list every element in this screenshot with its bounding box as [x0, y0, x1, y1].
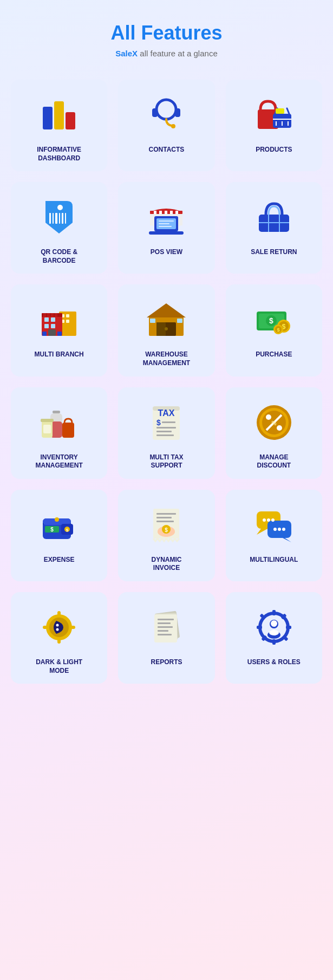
- svg-rect-44: [43, 313, 46, 317]
- svg-point-92: [277, 425, 282, 431]
- svg-rect-134: [158, 630, 168, 632]
- feature-card-inventory[interactable]: INVENTORYMANAGEMENT: [11, 387, 107, 479]
- feature-label: QR CODE &BARCODE: [41, 248, 77, 265]
- page-subtitle: SaleX all feature at a glance: [115, 49, 217, 58]
- svg-marker-56: [147, 303, 186, 317]
- svg-rect-138: [272, 639, 276, 645]
- feature-card-purchase[interactable]: $ $ $ PURCHASE: [226, 284, 322, 376]
- feature-label: INFORMATIVEDASHBOARD: [37, 146, 81, 163]
- svg-rect-131: [158, 619, 174, 620]
- svg-rect-85: [156, 427, 176, 429]
- svg-text:$: $: [165, 527, 168, 533]
- svg-rect-46: [51, 313, 54, 317]
- svg-rect-15: [49, 213, 51, 224]
- feature-card-pos-view[interactable]: POS VIEW: [118, 182, 214, 274]
- feature-label: WAREHOUSEMANAGEMENT: [143, 351, 190, 367]
- page-title: All Features: [110, 22, 222, 44]
- feature-label: PRODUCTS: [256, 146, 292, 154]
- svg-rect-73: [53, 411, 60, 413]
- feature-card-multi-branch[interactable]: MULTI BRANCH: [11, 284, 107, 376]
- feature-label: DYNAMICINVOICE: [151, 556, 181, 573]
- svg-rect-2: [66, 112, 75, 129]
- svg-point-3: [156, 100, 176, 119]
- users-roles-icon: [247, 603, 301, 652]
- feature-card-products[interactable]: PRODUCTS: [226, 80, 322, 171]
- svg-rect-32: [159, 226, 172, 227]
- svg-rect-135: [158, 634, 172, 635]
- features-grid: INFORMATIVEDASHBOARD CONTACTS: [11, 80, 322, 684]
- svg-rect-23: [159, 211, 162, 214]
- svg-text:$: $: [277, 327, 279, 333]
- inventory-icon: [32, 398, 86, 447]
- informative-dashboard-icon: [32, 90, 86, 139]
- feature-label: PURCHASE: [256, 351, 292, 359]
- feature-card-multilingual[interactable]: MULTILINGUAL: [226, 490, 322, 581]
- svg-rect-130: [154, 614, 177, 642]
- reports-icon: [139, 603, 193, 652]
- feature-label: MULTI TAXSUPPORT: [149, 453, 183, 470]
- svg-rect-10: [276, 108, 284, 114]
- multi-branch-icon: [32, 295, 86, 344]
- svg-rect-61: [177, 319, 182, 323]
- svg-point-116: [271, 518, 275, 522]
- feature-card-qr-barcode[interactable]: QR CODE &BARCODE: [11, 182, 107, 274]
- feature-card-sale-return[interactable]: SALE RETURN: [226, 182, 322, 274]
- feature-card-discount[interactable]: % MANAGEDISCOUNT: [226, 387, 322, 479]
- svg-rect-137: [272, 610, 276, 615]
- svg-rect-26: [175, 211, 178, 214]
- svg-rect-39: [66, 314, 69, 317]
- feature-card-multi-tax[interactable]: TAX $ MULTI TAXSUPPORT: [118, 387, 214, 479]
- svg-rect-76: [62, 423, 74, 438]
- svg-point-91: [266, 414, 271, 420]
- svg-rect-105: [156, 517, 172, 518]
- svg-rect-124: [43, 626, 48, 629]
- feature-card-informative-dashboard[interactable]: INFORMATIVEDASHBOARD: [11, 80, 107, 171]
- svg-rect-51: [51, 324, 55, 328]
- svg-text:$: $: [157, 418, 161, 427]
- feature-card-dark-light-mode[interactable]: DARK & LIGHTMODE: [11, 592, 107, 684]
- svg-text:%: %: [271, 420, 276, 426]
- svg-rect-29: [149, 231, 184, 235]
- svg-rect-22: [154, 211, 156, 214]
- svg-rect-140: [286, 626, 291, 629]
- svg-text:$: $: [66, 528, 69, 533]
- feature-label: DARK & LIGHTMODE: [36, 658, 82, 675]
- svg-rect-18: [59, 213, 60, 224]
- svg-rect-139: [257, 626, 262, 629]
- svg-rect-4: [152, 108, 158, 117]
- svg-rect-50: [44, 324, 49, 328]
- svg-point-119: [282, 528, 285, 531]
- feature-card-expense[interactable]: $ $ EXPENSE: [11, 490, 107, 581]
- pos-view-icon: [139, 193, 193, 242]
- feature-card-warehouse[interactable]: WAREHOUSEMANAGEMENT: [118, 284, 214, 376]
- svg-rect-19: [62, 213, 63, 224]
- feature-label: MULTILINGUAL: [250, 556, 298, 564]
- discount-icon: %: [247, 398, 301, 447]
- feature-label: REPORTS: [151, 658, 182, 667]
- svg-rect-47: [55, 313, 57, 317]
- svg-text:$: $: [50, 527, 54, 533]
- svg-point-117: [273, 528, 277, 531]
- feature-card-users-roles[interactable]: USERS & ROLES: [226, 592, 322, 684]
- svg-rect-48: [44, 317, 49, 322]
- svg-rect-0: [43, 107, 53, 129]
- svg-rect-45: [47, 313, 50, 317]
- feature-card-dynamic-invoice[interactable]: $ DYNAMICINVOICE: [118, 490, 214, 581]
- dark-light-mode-icon: [32, 603, 86, 652]
- svg-rect-8: [273, 114, 291, 128]
- feature-card-reports[interactable]: REPORTS: [118, 592, 214, 684]
- svg-rect-41: [66, 320, 69, 323]
- svg-rect-125: [70, 626, 75, 629]
- svg-text:$: $: [269, 316, 273, 325]
- svg-point-147: [271, 620, 277, 627]
- purchase-icon: $ $ $: [247, 295, 301, 344]
- multilingual-icon: [247, 501, 301, 549]
- svg-rect-53: [42, 332, 47, 336]
- expense-icon: $ $: [32, 501, 86, 549]
- svg-rect-87: [156, 434, 174, 436]
- feature-label: CONTACTS: [149, 146, 185, 154]
- svg-rect-17: [55, 213, 57, 224]
- feature-card-contacts[interactable]: CONTACTS: [118, 80, 214, 171]
- qr-barcode-icon: [32, 193, 86, 242]
- warehouse-icon: [139, 295, 193, 344]
